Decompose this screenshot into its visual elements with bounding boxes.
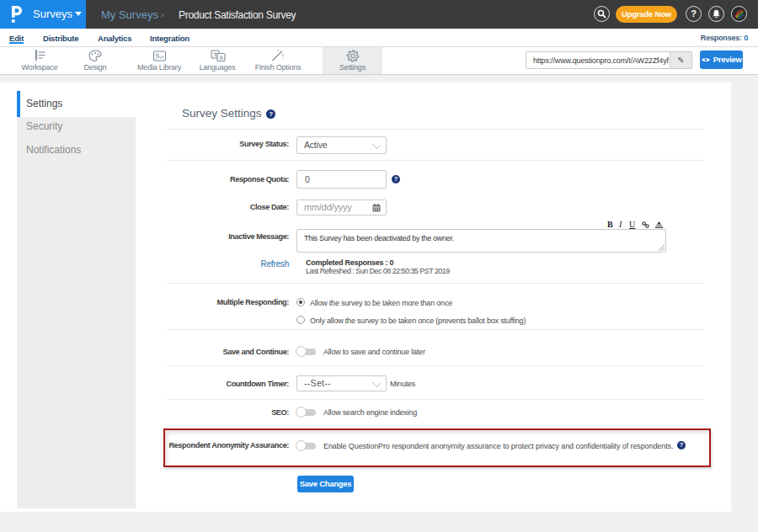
svg-text:A: A	[219, 55, 223, 61]
svg-text:文: 文	[213, 51, 219, 57]
